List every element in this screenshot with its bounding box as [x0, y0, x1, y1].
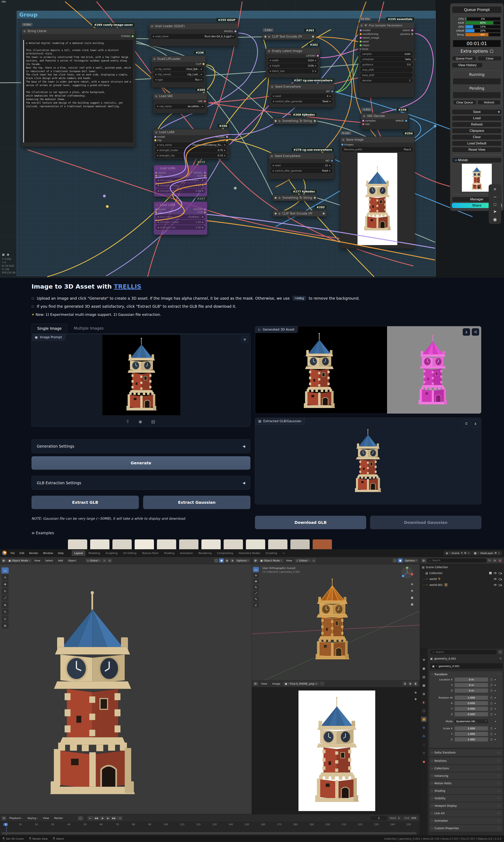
- clear-queue-button[interactable]: Clear Queue: [453, 100, 476, 105]
- menu-help[interactable]: Help: [56, 551, 66, 555]
- frame-start-field[interactable]: Start1: [388, 816, 402, 820]
- frame-tick[interactable]: 240: [390, 823, 395, 826]
- node-unet-loader[interactable]: #255 GGUF Unet Loader (GGUF) MODEL ◂unet…: [149, 23, 238, 46]
- node-load-lora[interactable]: #256 Load LoRA modelMODEL clipCLIP ◂lora…: [153, 129, 229, 159]
- menu-view[interactable]: View: [41, 816, 51, 820]
- refresh-button[interactable]: Refresh: [452, 122, 502, 127]
- reset-view-icon[interactable]: [463, 420, 470, 427]
- view-history-button[interactable]: View History: [452, 63, 483, 68]
- tab-viewlayer[interactable]: ▦: [421, 683, 427, 688]
- trellis-link[interactable]: TRELLIS: [114, 283, 141, 290]
- widget-unet-name[interactable]: ◂unet_nameflux1-dev-Q4_K_S.gguf▸: [151, 34, 236, 39]
- rotation-w-field[interactable]: 1.000: [454, 696, 488, 700]
- blender-logo[interactable]: [2, 550, 7, 555]
- clear-image-button[interactable]: ✕: [241, 336, 248, 343]
- frame-tick[interactable]: 230: [374, 823, 379, 826]
- tool-add-cube[interactable]: ⊞: [2, 622, 9, 629]
- jump-start-icon[interactable]: ⇤: [88, 816, 93, 820]
- tool-rotate[interactable]: ↻: [2, 588, 9, 594]
- outliner-item-world[interactable]: › ⌐world ∇: [420, 576, 504, 582]
- frame-tick[interactable]: 70: [116, 823, 119, 826]
- menu-render[interactable]: Render: [27, 551, 40, 555]
- mode-dropdown[interactable]: ▣Object Mode▾: [259, 559, 283, 562]
- geometry-nodes-modifier-icon[interactable]: ∇: [444, 583, 448, 587]
- tool-rotate[interactable]: ↻: [253, 585, 259, 590]
- npanel-icon[interactable]: ◧: [413, 681, 418, 686]
- example-thumbnail[interactable]: [313, 539, 332, 549]
- outliner[interactable]: ▤Scene Collection ▤Collection › ⌐world ∇…: [420, 564, 504, 648]
- workspace-tab-compositing[interactable]: Compositing: [214, 550, 236, 556]
- scale-y-field[interactable]: 1.000: [454, 732, 488, 736]
- location-x-field[interactable]: 0 m: [454, 678, 488, 682]
- tool-move[interactable]: ✥: [253, 579, 259, 584]
- panel-line-art[interactable]: ▸Line Art∷∷: [429, 810, 503, 817]
- comfyui-canvas[interactable]: Idle Group: [0, 0, 504, 278]
- prompt-text[interactable]: a detailed digital rendering of a mediev…: [23, 40, 133, 142]
- menu-view[interactable]: View: [284, 558, 294, 563]
- panel-instancing[interactable]: ▸Instancing∷∷: [429, 772, 503, 779]
- node-something-to-string[interactable]: #277 KJNodes Something To String: [272, 195, 317, 201]
- tab-render[interactable]: ▣: [421, 666, 427, 671]
- reset-view-button[interactable]: Reset View: [452, 147, 502, 153]
- save-image-preview[interactable]: [358, 153, 397, 245]
- tab-modifiers[interactable]: ⚙: [421, 725, 427, 730]
- pin-icon[interactable]: ✎: [500, 657, 502, 660]
- node-flux-sampler[interactable]: 54.30s #235 essentials ⚒Flux Sampler Par…: [358, 22, 415, 98]
- image-datablock[interactable]: ▣▾Flux.S_00008_.png✕: [283, 682, 319, 686]
- node-load-lora-bypassed[interactable]: #257 Load LoRA modelMODEL clipCLIP ◂lora…: [154, 202, 207, 235]
- example-thumbnail[interactable]: [135, 539, 154, 549]
- grid-icon[interactable]: ▦: [409, 602, 415, 607]
- webcam-icon[interactable]: ◉: [139, 419, 142, 424]
- tab-tool[interactable]: ⚒: [421, 657, 427, 663]
- generation-settings-accordion[interactable]: Generation Settings◀: [32, 439, 250, 453]
- pan-icon[interactable]: ✥: [409, 588, 415, 593]
- tab-output[interactable]: ▤: [421, 674, 427, 680]
- outliner-search[interactable]: ○Search: [427, 559, 486, 562]
- eye-icon[interactable]: [493, 572, 497, 574]
- workspace-tab-scripting[interactable]: Scripting: [263, 550, 280, 556]
- frame-tick[interactable]: 100: [164, 823, 168, 826]
- shading-material-icon[interactable]: ◕: [224, 558, 229, 563]
- menu-file[interactable]: File: [8, 551, 17, 555]
- example-thumbnail[interactable]: [224, 539, 243, 549]
- send-icon[interactable]: ➤: [493, 209, 497, 214]
- tab-single-image[interactable]: Single Image: [32, 324, 67, 333]
- panel-visibility[interactable]: ▸Visibility∷∷: [429, 795, 503, 802]
- workspace-tab-modeling[interactable]: Modeling: [86, 550, 103, 556]
- outliner-item-world-001[interactable]: › ⌐world.001 ∇: [420, 582, 504, 588]
- extra-options-checkbox[interactable]: [490, 50, 493, 53]
- tool-select-box[interactable]: ▭: [2, 567, 9, 574]
- tool-select-box[interactable]: ▭: [253, 567, 259, 572]
- group-title[interactable]: Group: [17, 11, 435, 18]
- frame-tick[interactable]: 110: [180, 823, 184, 826]
- snap-magnet-icon[interactable]: ∪: [311, 558, 316, 563]
- channels-icon[interactable]: ◑: [402, 681, 407, 686]
- menu-marker[interactable]: Marker: [52, 816, 65, 820]
- queue-front-button[interactable]: Queue Front: [452, 56, 476, 61]
- tool-transform[interactable]: ⊕: [2, 602, 9, 608]
- geometry-nodes-modifier-icon[interactable]: ∇: [438, 577, 440, 581]
- tool-annotate[interactable]: ✎: [2, 609, 9, 615]
- frame-tick[interactable]: 50: [84, 823, 86, 826]
- frame-tick[interactable]: 250: [406, 823, 411, 826]
- frame-tick[interactable]: 150: [245, 823, 249, 826]
- node-seed-everywhere[interactable]: #267 cg-use-everywhere Seed Everywhere I…: [269, 84, 335, 108]
- example-thumbnail[interactable]: [268, 539, 287, 549]
- panel-delta-transform[interactable]: ▸Delta Transform∷∷: [429, 749, 503, 756]
- lock-icon[interactable]: [490, 679, 492, 681]
- orientation-dropdown[interactable]: ⟂Global▾: [295, 559, 311, 562]
- next-keyframe-icon[interactable]: ▶▶: [111, 816, 117, 820]
- share-asset-icon[interactable]: [472, 328, 479, 336]
- download-glb-icon[interactable]: [472, 420, 479, 427]
- options-dropdown[interactable]: Options▾: [235, 559, 250, 562]
- menu-object[interactable]: Object: [66, 558, 78, 563]
- node-string-literal[interactable]: 0.00s #269 comfy-image-saver String Lite…: [21, 28, 135, 147]
- tool-measure[interactable]: ∠: [2, 616, 9, 622]
- node-clip-text-encode[interactable]: #293 CLIP Text Encode (Pr: [272, 210, 327, 217]
- tab-world[interactable]: ◐: [421, 700, 427, 705]
- queue-prompt-button[interactable]: Queue Prompt: [452, 6, 502, 13]
- example-thumbnail[interactable]: [290, 539, 310, 549]
- zoom-icon[interactable]: ⊕: [413, 690, 418, 695]
- viewlayer-selector[interactable]: ▦▾ViewLayer⧉✕: [472, 550, 502, 555]
- tool-scale[interactable]: ⤢: [2, 595, 9, 601]
